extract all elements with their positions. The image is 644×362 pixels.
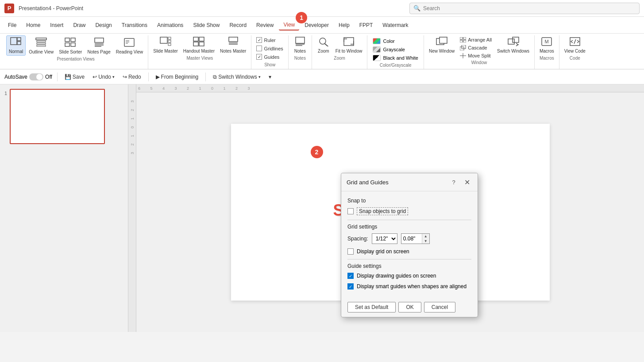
snap-to-section-label: Snap to xyxy=(347,198,471,204)
save-button[interactable]: 💾 Save xyxy=(62,72,87,81)
svg-rect-8 xyxy=(71,38,75,42)
search-bar[interactable]: 🔍 xyxy=(409,3,640,14)
cascade-icon xyxy=(460,45,466,50)
display-smart-guides-label: Display smart guides when shapes are ali… xyxy=(357,283,467,290)
from-beginning-button[interactable]: ▶ From Beginning xyxy=(154,72,201,81)
menu-draw[interactable]: Draw xyxy=(69,20,90,30)
new-window-label: New Window xyxy=(429,49,455,53)
ribbon-btn-zoom[interactable]: Zoom xyxy=(315,35,332,55)
menu-transitions[interactable]: Transitions xyxy=(117,20,152,30)
spacing-down-button[interactable]: ▼ xyxy=(422,239,429,244)
switch-windows-label: Switch Windows xyxy=(497,49,529,53)
ruler-label: Ruler xyxy=(264,38,275,43)
ribbon-btn-outline-view[interactable]: Outline View xyxy=(27,36,56,56)
undo-button[interactable]: ↩ Undo ▾ xyxy=(90,72,117,81)
ribbon-btn-move-split[interactable]: Move Split xyxy=(458,52,494,59)
menu-fppt[interactable]: FPPT xyxy=(355,20,378,30)
notes-buttons: Notes xyxy=(291,35,309,55)
from-beginning-icon: ▶ xyxy=(156,74,160,80)
ribbon-btn-view-code[interactable]: View Code xyxy=(562,35,588,55)
menu-insert[interactable]: Insert xyxy=(46,20,68,30)
svg-rect-47 xyxy=(513,37,519,42)
dialog-close-button[interactable]: ✕ xyxy=(462,177,472,187)
ribbon-btn-slide-master[interactable]: Slide Master xyxy=(151,35,180,55)
menu-design[interactable]: Design xyxy=(91,20,116,30)
ribbon-btn-arrange-all[interactable]: Arrange All xyxy=(458,36,494,43)
redo-icon: ↪ xyxy=(123,74,127,80)
switch-windows-toolbar-icon: ⧉ xyxy=(213,74,217,80)
switch-windows-toolbar-button[interactable]: ⧉ Switch Windows ▾ xyxy=(211,72,262,81)
customize-toolbar-button[interactable]: ▾ xyxy=(266,72,274,81)
ribbon-btn-normal[interactable]: Normal xyxy=(6,35,26,56)
fit-to-window-label: Fit to Window xyxy=(335,49,362,53)
svg-rect-20 xyxy=(168,37,171,39)
display-drawing-guides-checkbox[interactable] xyxy=(347,273,354,279)
show-guides-checkbox[interactable]: ✓ Guides xyxy=(254,53,282,61)
set-as-default-button[interactable]: Set as Default xyxy=(347,302,396,312)
search-input[interactable] xyxy=(423,5,636,11)
ribbon-btn-macros[interactable]: M Macros xyxy=(537,35,556,55)
ruler-top: 6 5 4 3 2 1 0 1 2 3 xyxy=(136,84,644,92)
ribbon-btn-slide-sorter[interactable]: Slide Sorter xyxy=(57,36,84,56)
menu-slideshow[interactable]: Slide Show xyxy=(189,20,224,30)
normal-icon xyxy=(10,37,22,48)
menu-view[interactable]: View 1 xyxy=(279,20,299,30)
display-grid-checkbox[interactable] xyxy=(347,248,354,255)
spacing-up-button[interactable]: ▲ xyxy=(422,234,429,239)
ruler-left: 3 2 1 0 1 2 3 xyxy=(128,84,136,332)
ribbon-btn-notes-master[interactable]: Notes Master xyxy=(218,35,248,55)
snap-objects-checkbox[interactable] xyxy=(347,208,354,214)
display-grid-row: Display grid on screen xyxy=(347,248,471,255)
svg-rect-39 xyxy=(463,37,466,39)
svg-rect-15 xyxy=(124,38,134,46)
ribbon-btn-fit-to-window[interactable]: Fit to Window xyxy=(333,35,365,55)
grid-and-guides-dialog[interactable]: Grid and Guides ? ✕ Snap to Snap objects… xyxy=(341,173,478,317)
spacing-label: Spacing: xyxy=(347,236,368,242)
show-label: Show xyxy=(254,61,285,69)
color-btn-bw[interactable]: Black and White xyxy=(370,54,420,62)
spacing-value-input[interactable] xyxy=(401,234,422,244)
menu-help[interactable]: Help xyxy=(334,20,354,30)
menu-file[interactable]: File xyxy=(4,20,21,30)
ribbon-btn-new-window[interactable]: New Window xyxy=(427,35,457,55)
display-smart-guides-checkbox[interactable] xyxy=(347,283,354,290)
autosave-track[interactable] xyxy=(29,73,43,80)
customize-icon: ▾ xyxy=(269,74,271,80)
redo-button[interactable]: ↪ Redo xyxy=(120,72,143,81)
svg-rect-27 xyxy=(229,37,238,42)
ribbon-btn-notes-page[interactable]: Notes Page xyxy=(85,36,112,56)
undo-dropdown-icon: ▾ xyxy=(112,75,115,79)
show-buttons: ✓ Ruler Gridlines ✓ Guides xyxy=(254,35,285,61)
ribbon-btn-notes[interactable]: Notes xyxy=(291,35,309,55)
autosave-knob xyxy=(36,74,42,80)
arrange-all-icon xyxy=(460,37,466,42)
menu-watermark[interactable]: Watermark xyxy=(378,20,413,30)
menu-animations[interactable]: Animations xyxy=(153,20,188,30)
slide-sorter-label: Slide Sorter xyxy=(59,50,82,54)
menu-record[interactable]: Record xyxy=(225,20,251,30)
ribbon-btn-reading-view[interactable]: Reading View xyxy=(114,36,146,56)
menu-home[interactable]: Home xyxy=(22,20,45,30)
ribbon: Normal Outline View Slide Sorter Notes P… xyxy=(0,34,644,69)
svg-rect-46 xyxy=(508,39,514,44)
display-smart-guides-row: Display smart guides when shapes are ali… xyxy=(347,283,471,290)
title-bar: P Presentation4 - PowerPoint 🔍 xyxy=(0,0,644,17)
slide-master-icon xyxy=(160,37,171,48)
spacing-unit-select[interactable]: 1/12" 1/6" 1/4" xyxy=(372,233,397,244)
svg-rect-5 xyxy=(37,43,46,44)
display-drawing-guides-label: Display drawing guides on screen xyxy=(357,273,436,279)
autosave-toggle[interactable]: AutoSave Off xyxy=(4,73,52,80)
menu-review[interactable]: Review xyxy=(252,20,278,30)
dialog-help-button[interactable]: ? xyxy=(449,178,458,187)
ribbon-btn-handout-master[interactable]: Handout Master xyxy=(181,35,217,55)
color-btn-color[interactable]: Color xyxy=(370,37,420,45)
show-gridlines-checkbox[interactable]: Gridlines xyxy=(254,45,285,52)
ribbon-btn-cascade[interactable]: Cascade xyxy=(458,44,494,51)
cancel-button[interactable]: Cancel xyxy=(424,302,455,312)
color-btn-grayscale[interactable]: Grayscale xyxy=(370,46,420,53)
ribbon-btn-switch-windows[interactable]: Switch Windows xyxy=(495,35,532,55)
slide-thumbnail-1[interactable] xyxy=(10,89,105,144)
ok-button[interactable]: OK xyxy=(398,302,421,312)
show-ruler-checkbox[interactable]: ✓ Ruler xyxy=(254,36,278,44)
separator-2 xyxy=(148,72,149,81)
